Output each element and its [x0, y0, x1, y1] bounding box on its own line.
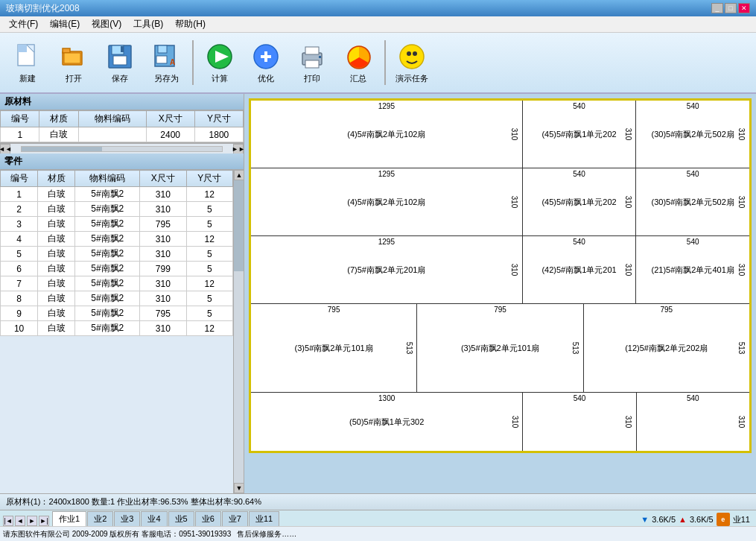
- tab-job1[interactable]: 作业1: [52, 511, 86, 526]
- dim-right-4-3: 513: [737, 342, 746, 355]
- cell-label-3-1: (7)5#南飘2单元201扇: [347, 265, 425, 276]
- table-row[interactable]: 2白玻5#南飘23105: [1, 202, 233, 217]
- parts-col-y: Y尺寸: [186, 171, 232, 187]
- minimize-button[interactable]: _: [711, 3, 723, 13]
- tab-job11[interactable]: 业11: [249, 511, 279, 526]
- save-button[interactable]: 保存: [98, 35, 142, 90]
- col-header-code: 物料编码: [78, 111, 146, 127]
- cell-label-2-3: (30)5#南飘2单元502扇: [652, 197, 734, 208]
- cut-cell-3-1: 1295 310 (7)5#南飘2单元201扇: [251, 236, 523, 303]
- menu-file[interactable]: 文件(F): [3, 16, 44, 32]
- cell-label-4-3: (12)5#南飘2单元202扇: [625, 343, 708, 354]
- table-row[interactable]: 8白玻5#南飘23105: [1, 291, 233, 306]
- dim-top-2-1: 1295: [378, 170, 395, 178]
- dim-right-2-3: 310: [737, 196, 746, 209]
- col-header-y: Y尺寸: [194, 111, 243, 127]
- demo-icon: [397, 42, 427, 72]
- dim-right-5-1: 310: [510, 416, 518, 428]
- dim-top-5-1: 1300: [378, 394, 395, 402]
- saveas-label: 另存为: [154, 73, 179, 84]
- demo-button[interactable]: 演示任务: [390, 35, 433, 90]
- toolbar: 新建 打开 保存: [0, 33, 756, 94]
- dim-right-2-1: 310: [510, 196, 518, 209]
- menu-edit[interactable]: 编辑(E): [44, 16, 86, 32]
- tab-job7[interactable]: 业7: [222, 511, 248, 526]
- print-button[interactable]: 打印: [290, 35, 334, 90]
- ie-icon: e: [717, 513, 730, 526]
- table-row[interactable]: 6白玻5#南飘27995: [1, 262, 233, 276]
- tab-job5[interactable]: 业5: [168, 511, 194, 526]
- arrow-down-icon: ▼: [641, 515, 649, 524]
- parts-scroll-track[interactable]: [234, 180, 244, 483]
- dim-right-1-1: 310: [510, 128, 518, 141]
- parts-scroll-down[interactable]: [234, 483, 244, 493]
- cut-cell-2-1: 1295 310 (4)5#南飘2单元102扇: [251, 168, 523, 235]
- menu-tools[interactable]: 工具(B): [127, 16, 169, 32]
- maximize-button[interactable]: □: [725, 3, 737, 13]
- dim-top-1-2: 540: [573, 102, 585, 110]
- table-row[interactable]: 3白玻5#南飘27955: [1, 217, 233, 232]
- tab-job3[interactable]: 业3: [114, 511, 140, 526]
- menu-view[interactable]: 视图(V): [86, 16, 127, 32]
- print-icon: [297, 42, 327, 72]
- table-row[interactable]: 10白玻5#南飘231012: [1, 321, 233, 336]
- calc-icon: [205, 42, 235, 72]
- cell-label-2-1: (4)5#南飘2单元102扇: [347, 197, 425, 208]
- cut-cell-1-1: 1295 310 (4)5#南飘2单元102扇: [251, 101, 523, 168]
- extra-text: 售后保修服务……: [237, 529, 296, 540]
- dim-right-4-1: 513: [404, 342, 413, 355]
- raw-scroll-right[interactable]: ►: [233, 144, 244, 154]
- calc-label: 计算: [212, 73, 228, 84]
- table-row[interactable]: 7白玻5#南飘231012: [1, 276, 233, 291]
- svg-rect-12: [158, 45, 167, 53]
- dim-right-3-1: 310: [510, 264, 518, 276]
- raw-scroll-track[interactable]: [21, 146, 223, 152]
- cut-cell-3-3: 540 310 (21)5#南飘2单元401扇: [636, 236, 749, 303]
- svg-rect-10: [121, 46, 124, 52]
- optimize-icon: [251, 42, 281, 72]
- dim-top-4-1: 795: [328, 306, 340, 314]
- saveas-button[interactable]: A 另存为: [144, 35, 188, 90]
- tab-nav-next[interactable]: ►: [27, 516, 37, 526]
- tab-nav-first[interactable]: |◄: [3, 516, 13, 526]
- col-header-material: 材质: [39, 111, 78, 127]
- svg-rect-19: [264, 51, 267, 62]
- tab-job2[interactable]: 业2: [87, 511, 113, 526]
- cell-label-1-3: (30)5#南飘2单元502扇: [652, 129, 734, 140]
- menu-help[interactable]: 帮助(H): [169, 16, 212, 32]
- table-row[interactable]: 1白玻5#南飘231012: [1, 187, 233, 202]
- summary-button[interactable]: 汇总: [337, 35, 380, 90]
- open-button[interactable]: 打开: [52, 35, 95, 90]
- tab-job4[interactable]: 业4: [141, 511, 167, 526]
- cut-row-4: 795 513 (3)5#南飘2单元101扇 795 513 (3)5#南飘2单…: [251, 304, 749, 393]
- dim-top-2-3: 540: [687, 170, 699, 178]
- table-row[interactable]: 4白玻5#南飘231012: [1, 232, 233, 247]
- arrow-up-icon: ▲: [679, 515, 687, 524]
- cut-cell-1-2: 540 310 (45)5#南飘1单元202: [523, 101, 637, 168]
- tab-job6[interactable]: 业6: [195, 511, 221, 526]
- table-row[interactable]: 9白玻5#南飘27955: [1, 306, 233, 321]
- table-row[interactable]: 5白玻5#南飘23105: [1, 247, 233, 262]
- table-row[interactable]: 1白玻24001800: [1, 127, 244, 142]
- cell-label-4-2: (3)5#南飘2单元101扇: [461, 343, 539, 354]
- parts-scroll-up[interactable]: [234, 170, 244, 180]
- tab-nav-prev[interactable]: ◄: [15, 516, 25, 526]
- svg-rect-23: [319, 56, 321, 58]
- optimize-button[interactable]: 优化: [244, 35, 288, 90]
- new-button[interactable]: 新建: [6, 35, 49, 90]
- cut-cell-2-2: 540 310 (45)5#南飘1单元202: [523, 168, 637, 235]
- svg-point-25: [400, 45, 424, 69]
- dim-top-1-1: 1295: [378, 102, 395, 110]
- calc-button[interactable]: 计算: [198, 35, 241, 90]
- raw-scroll-left[interactable]: ◄: [0, 144, 10, 154]
- dim-top-3-2: 540: [573, 238, 585, 246]
- toolbar-separator-2: [384, 40, 386, 85]
- tab-nav-last[interactable]: ►|: [39, 516, 49, 526]
- close-button[interactable]: ✕: [738, 3, 750, 13]
- dim-top-5-2: 540: [574, 394, 586, 402]
- save-label: 保存: [112, 73, 128, 84]
- svg-rect-22: [305, 60, 319, 68]
- dim-top-1-3: 540: [687, 102, 699, 110]
- col-header-x: X尺寸: [146, 111, 194, 127]
- cell-label-4-1: (3)5#南飘2单元101扇: [295, 343, 373, 354]
